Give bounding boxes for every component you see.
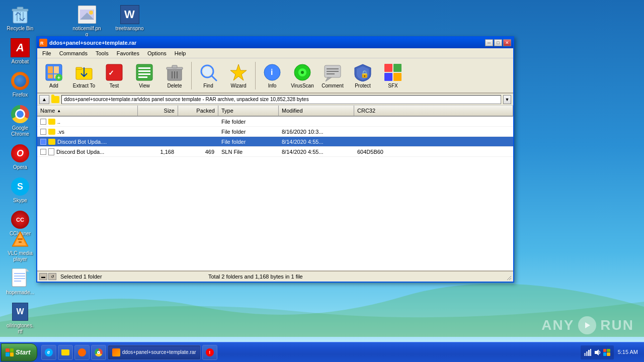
desktop-icon-noticemilf[interactable]: noticemilf.png	[70, 3, 103, 40]
col-header-type[interactable]: Type	[218, 106, 279, 116]
back-button[interactable]: ▲	[39, 95, 49, 104]
status-right-text: Total 2 folders and 1,168 bytes in 1 fil…	[208, 274, 504, 280]
window-title: ddos+panel+source+template.rar	[49, 40, 485, 46]
toolbar-virusscan-button[interactable]: VirusScan	[288, 60, 317, 91]
title-bar[interactable]: R ddos+panel+source+template.rar ─ □ ✕	[37, 37, 513, 48]
address-input[interactable]: ddos+panel+source+template.rar\ddos pane…	[61, 95, 501, 104]
file-icon	[48, 148, 54, 155]
maximize-button[interactable]: □	[494, 39, 502, 46]
desktop-icon-oilringtones[interactable]: W oilringtones.rtf	[4, 300, 37, 337]
toolbar-protect-button[interactable]: 🔒 Protect	[348, 60, 377, 91]
svg-rect-51	[327, 73, 335, 74]
toolbar-test-button[interactable]: ✓ Test	[100, 60, 129, 91]
winrar-taskbar-label: ddos+panel+source+template.rar	[122, 349, 196, 355]
taskbar-app-security[interactable]: !	[202, 345, 217, 360]
menu-options[interactable]: Options	[143, 49, 171, 57]
info-icon: i	[263, 63, 282, 82]
oilringtones-label: oilringtones.rtf	[6, 323, 35, 335]
noticemilf-icon	[77, 5, 97, 25]
desktop-icon-vlc[interactable]: VLC media player	[4, 227, 37, 264]
menu-commands[interactable]: Commands	[55, 49, 92, 57]
col-header-size[interactable]: Size	[138, 106, 178, 116]
vlc-icon	[10, 229, 30, 249]
row-checkbox	[40, 119, 46, 125]
minimize-button[interactable]: ─	[485, 39, 493, 46]
toolbar-view-button[interactable]: View	[130, 60, 159, 91]
winrar-window: R ddos+panel+source+template.rar ─ □ ✕ F…	[36, 36, 514, 283]
virusscan-label: VirusScan	[291, 83, 313, 88]
file-row-discord-sln[interactable]: Discord Bot Upda... 1,168 469 SLN File 8…	[37, 147, 513, 157]
test-icon: ✓	[105, 63, 124, 82]
menu-file[interactable]: File	[38, 49, 55, 57]
oilringtones-icon: W	[10, 302, 30, 322]
toolbar-wizard-button[interactable]: Wizard	[224, 60, 253, 91]
desktop-icon-opera[interactable]: O Opera	[4, 141, 37, 172]
resize-handle[interactable]	[504, 273, 511, 280]
col-header-name[interactable]: Name ▲	[37, 106, 138, 116]
taskbar-app-ie[interactable]: e	[41, 345, 56, 360]
taskbar-app-folder[interactable]	[58, 345, 73, 360]
firefox-icon	[10, 71, 30, 91]
menu-help[interactable]: Help	[171, 49, 190, 57]
desktop-icon-firefox[interactable]: Firefox	[4, 69, 37, 100]
desktop-icon-treetranspno[interactable]: W treetranspno	[113, 3, 146, 40]
folder-icon	[48, 139, 55, 145]
status-left-text: Selected 1 folder	[60, 274, 208, 280]
virusscan-icon	[293, 63, 312, 82]
toolbar-sep-2	[255, 62, 256, 89]
row-checkbox	[40, 139, 46, 145]
add-icon: +	[44, 63, 63, 82]
toolbar-sfx-button[interactable]: SFX	[378, 60, 408, 91]
col-header-modified[interactable]: Modified	[279, 106, 354, 116]
taskbar: Start e ddos+p	[0, 342, 644, 362]
close-button[interactable]: ✕	[503, 39, 511, 46]
menu-tools[interactable]: Tools	[92, 49, 113, 57]
ie-taskbar-icon: e	[45, 348, 53, 356]
volume-systray-icon	[593, 348, 601, 356]
anyrun-watermark: ANY RUN	[541, 316, 634, 334]
menu-favorites[interactable]: Favorites	[113, 49, 143, 57]
col-header-crc32[interactable]: CRC32	[354, 106, 513, 116]
winrar-taskbar-icon	[112, 348, 120, 356]
anyrun-text-any: ANY	[541, 317, 574, 333]
toolbar-extract-button[interactable]: Extract To	[69, 60, 99, 91]
file-list-container[interactable]: Name ▲ Size Packed Type Modified CRC32	[37, 106, 513, 270]
desktop-icons-left: Recycle Bin A Acrobat Firefox Google Chr…	[3, 0, 38, 239]
desktop-icons-bottom: VLC media player hopemade... W oilri	[3, 227, 38, 337]
window-controls: ─ □ ✕	[485, 39, 511, 46]
chrome-taskbar-icon	[95, 348, 103, 356]
desktop-icon-google-chrome[interactable]: Google Chrome	[4, 102, 37, 139]
toolbar-find-button[interactable]: Find	[194, 60, 223, 91]
svg-rect-2	[17, 7, 23, 10]
col-header-packed[interactable]: Packed	[178, 106, 218, 116]
status-bar: ▬ ↺ Selected 1 folder Total 2 folders an…	[37, 270, 513, 282]
toolbar-add-button[interactable]: + Add	[39, 60, 68, 91]
toolbar-comment-button[interactable]: Comment	[318, 60, 347, 91]
desktop-icon-recycle-bin[interactable]: Recycle Bin	[4, 3, 37, 34]
comment-icon	[323, 63, 342, 82]
protect-icon: 🔒	[353, 63, 372, 82]
svg-point-42	[301, 71, 304, 74]
taskbar-app-winrar[interactable]: ddos+panel+source+template.rar	[108, 345, 201, 360]
svg-rect-15	[48, 74, 53, 78]
svg-marker-48	[326, 77, 332, 81]
systray	[581, 345, 614, 359]
delete-label: Delete	[168, 83, 182, 88]
file-row-dotdot[interactable]: .. File folder	[37, 117, 513, 127]
taskbar-app-chrome[interactable]	[91, 345, 106, 360]
start-button[interactable]: Start	[1, 343, 37, 361]
desktop-icon-acrobat[interactable]: A Acrobat	[4, 36, 37, 67]
desktop-icon-skype[interactable]: S Skype	[4, 174, 37, 206]
file-row-discord-folder[interactable]: Discord Bot Upda.... File folder 8/14/20…	[37, 137, 513, 147]
desktop-icon-hopemade[interactable]: hopemade...	[4, 266, 37, 298]
taskbar-apps: e ddos+panel+source+template.rar	[41, 345, 577, 360]
file-row-vs[interactable]: .vs File folder 8/16/2020 10:3...	[37, 127, 513, 137]
address-dropdown-button[interactable]: ▼	[503, 95, 511, 104]
network-systray-icon	[584, 348, 592, 356]
opera-label: Opera	[13, 164, 27, 170]
taskbar-app-wmp[interactable]	[74, 345, 90, 360]
toolbar-delete-button[interactable]: Delete	[160, 60, 189, 91]
svg-marker-64	[26, 268, 29, 272]
toolbar-info-button[interactable]: i Info	[258, 60, 287, 91]
row-checkbox	[40, 149, 46, 155]
